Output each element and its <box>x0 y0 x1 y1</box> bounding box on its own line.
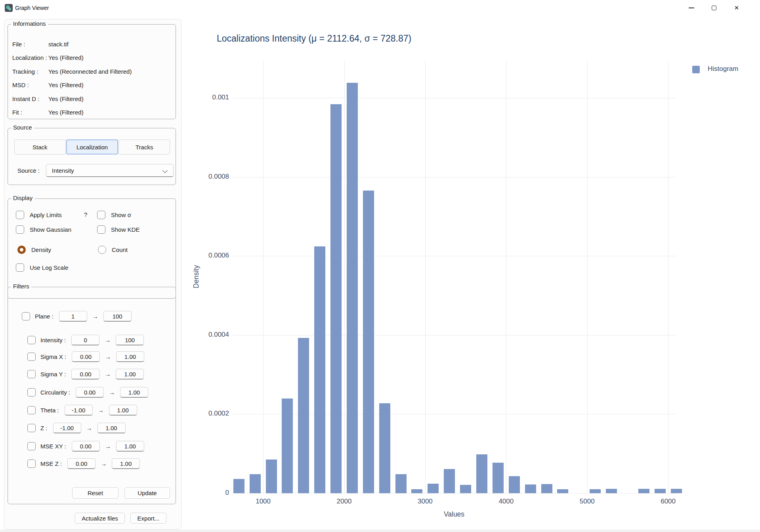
filter-from-field[interactable]: -1.00 <box>53 423 81 433</box>
filters-groupbox: Filters Plane :1→100Intensity :0→100Sigm… <box>8 287 176 504</box>
filter-label: Theta : <box>40 407 59 414</box>
filter-row: Z :-1.00→1.00 <box>8 422 176 434</box>
density-label: Density <box>31 246 51 253</box>
sidebar-panel: Informations File :stack.tifLocalization… <box>4 19 181 530</box>
filter-checkbox[interactable] <box>27 336 36 344</box>
filter-checkbox[interactable] <box>27 388 36 397</box>
filter-label: Plane : <box>35 313 53 320</box>
filter-label: MSE Z : <box>40 460 62 467</box>
window-title: Graph Viewer <box>15 0 49 16</box>
x-tick-label: 4000 <box>490 498 522 505</box>
update-button[interactable]: Update <box>124 487 170 499</box>
filter-checkbox[interactable] <box>27 370 36 378</box>
source-legend: Source <box>11 124 34 131</box>
filter-from-field[interactable]: 0.00 <box>72 441 100 452</box>
maximize-icon[interactable] <box>705 0 723 16</box>
filter-to-field[interactable]: 1.00 <box>112 458 140 469</box>
info-row-label: Fit : <box>12 109 48 116</box>
info-row-value: Yes (Filtered) <box>48 95 170 103</box>
apply-limits-checkbox[interactable] <box>16 211 24 219</box>
filter-from-field[interactable]: 1 <box>59 311 87 322</box>
filter-label: Z : <box>40 425 48 431</box>
show-gaussian-checkbox[interactable] <box>16 225 24 234</box>
gridline-y <box>232 177 676 177</box>
source-segment-row: Stack Localization Tracks <box>14 139 170 154</box>
info-row: Instant D :Yes (Filtered) <box>12 95 170 103</box>
show-sigma-checkbox[interactable] <box>97 211 105 219</box>
filter-to-field[interactable]: 1.00 <box>116 351 144 362</box>
chevron-down-icon <box>162 168 168 173</box>
close-icon[interactable]: ✕ <box>728 0 746 16</box>
info-row-label: Instant D : <box>12 95 48 103</box>
arrow-icon: → <box>86 425 92 431</box>
filter-from-field[interactable]: -1.00 <box>65 405 93 416</box>
info-row-label: Localization : <box>12 54 48 62</box>
histogram-bar <box>443 469 455 493</box>
histogram-bar <box>346 83 358 493</box>
info-row-value: Yes (Reconnected and Filtered) <box>48 68 170 76</box>
filter-label: Sigma Y : <box>40 371 66 378</box>
minimize-icon[interactable] <box>682 0 701 16</box>
filter-to-field[interactable]: 1.00 <box>109 405 137 416</box>
export-button[interactable]: Export... <box>130 513 166 524</box>
actualize-files-button[interactable]: Actualize files <box>75 513 125 524</box>
density-radio[interactable] <box>17 246 26 254</box>
filter-to-field[interactable]: 100 <box>103 311 132 322</box>
tracks-button[interactable]: Tracks <box>118 139 170 154</box>
histogram-bar <box>638 489 650 493</box>
filter-to-field[interactable]: 1.00 <box>120 387 148 398</box>
use-log-scale-label: Use Log Scale <box>30 264 69 271</box>
count-label: Count <box>112 246 128 253</box>
filter-checkbox[interactable] <box>27 460 36 468</box>
informations-list: File :stack.tifLocalization :Yes (Filter… <box>12 40 170 116</box>
filters-legend: Filters <box>11 283 31 290</box>
x-tick-label: 6000 <box>652 498 684 505</box>
histogram-bar <box>395 474 407 493</box>
stack-button[interactable]: Stack <box>14 139 66 154</box>
x-tick-label: 3000 <box>409 498 441 505</box>
arrow-icon: → <box>109 389 115 396</box>
show-sigma-label: Show σ <box>111 212 131 218</box>
info-row-value: Yes (Filtered) <box>48 109 170 116</box>
show-kde-checkbox[interactable] <box>97 225 105 234</box>
y-tick-label: 0 <box>185 489 229 497</box>
histogram-bar <box>492 463 504 493</box>
filter-checkbox[interactable] <box>27 424 36 432</box>
filter-from-field[interactable]: 0.00 <box>76 387 104 398</box>
filter-to-field[interactable]: 1.00 <box>97 423 126 433</box>
histogram-bar <box>589 489 601 493</box>
filter-to-field[interactable]: 1.00 <box>116 441 144 452</box>
filter-to-field[interactable]: 1.00 <box>116 369 144 379</box>
gridline-x <box>506 60 506 493</box>
x-tick-label: 5000 <box>571 498 603 505</box>
histogram-bar <box>605 489 617 493</box>
histogram-bar <box>460 485 472 493</box>
filter-row: MSE Z :0.00→1.00 <box>8 458 176 469</box>
source-select[interactable]: Intensity <box>46 164 174 177</box>
help-label: ? <box>84 211 87 218</box>
x-tick-label: 1000 <box>247 498 279 505</box>
filter-from-field[interactable]: 0.00 <box>72 351 100 362</box>
filter-from-field[interactable]: 0.00 <box>67 458 95 469</box>
filter-checkbox[interactable] <box>27 353 36 361</box>
filter-row: Plane :1→100 <box>8 310 176 322</box>
filter-label: MSE XY : <box>40 443 66 450</box>
filter-from-field[interactable]: 0.00 <box>71 369 99 379</box>
histogram-bar <box>476 454 488 493</box>
reset-button[interactable]: Reset <box>72 487 118 499</box>
filter-from-field[interactable]: 0 <box>71 335 99 345</box>
histogram-bar <box>298 338 309 493</box>
filter-row: Sigma X :0.00→1.00 <box>8 351 176 362</box>
count-radio[interactable] <box>98 246 106 254</box>
filter-checkbox[interactable] <box>27 406 36 414</box>
localization-button[interactable]: Localization <box>66 139 118 154</box>
info-row: Tracking :Yes (Reconnected and Filtered) <box>12 68 170 76</box>
filter-checkbox[interactable] <box>27 442 36 450</box>
filter-row: Theta :-1.00→1.00 <box>8 404 176 416</box>
filter-checkbox[interactable] <box>22 312 30 320</box>
use-log-scale-checkbox[interactable] <box>16 263 24 272</box>
filter-to-field[interactable]: 100 <box>116 335 144 345</box>
arrow-icon: → <box>92 313 98 320</box>
filter-row: MSE XY :0.00→1.00 <box>8 440 176 452</box>
histogram-bar <box>281 399 293 494</box>
